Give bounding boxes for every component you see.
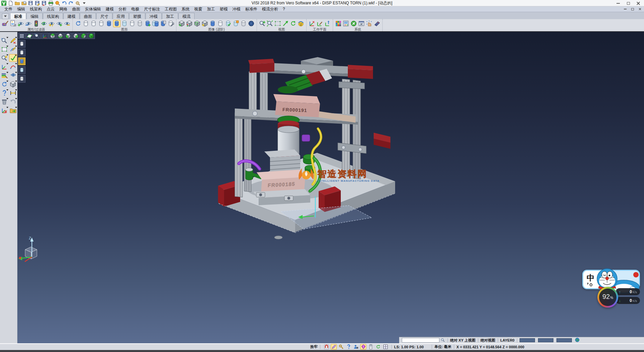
menu-progress[interactable]: 冲模	[230, 6, 243, 12]
display-wireframe-2-icon[interactable]	[18, 49, 25, 56]
menu-wireframe[interactable]: 线架构	[28, 6, 44, 12]
document-image-icon[interactable]	[9, 20, 17, 27]
cylinder-wireframe-icon[interactable]	[136, 20, 144, 27]
menu-mould[interactable]: 塑模	[217, 6, 230, 12]
measure-distance-icon[interactable]	[9, 89, 17, 97]
menu-drawing[interactable]: 工程图	[162, 6, 179, 12]
view-cube-bottom-icon[interactable]	[57, 33, 64, 39]
window-settings-icon[interactable]	[358, 20, 365, 27]
view-plane-icon[interactable]	[26, 33, 33, 39]
status-swatch-2[interactable]	[538, 338, 553, 342]
workplane-axes-icon[interactable]	[308, 20, 316, 27]
render-smiley-icon[interactable]	[297, 20, 305, 27]
confirm-check-icon[interactable]	[9, 54, 17, 62]
mdi-minimize-button[interactable]	[623, 7, 628, 11]
pen-highlight-icon[interactable]	[331, 344, 337, 350]
menu-surface[interactable]: 曲面	[70, 6, 83, 12]
cylinder-hollow-icon[interactable]	[217, 20, 224, 27]
shaded-sphere-icon[interactable]	[248, 20, 255, 27]
display-transparent-icon[interactable]	[18, 66, 25, 74]
eye-refresh-icon[interactable]	[40, 20, 48, 27]
menu-machining[interactable]: 加工	[205, 6, 217, 12]
network-download-indicator[interactable]: ↓ 0K/s	[616, 297, 640, 304]
menu-solid-edit[interactable]: 实体编辑	[83, 6, 103, 12]
tab-mould[interactable]: 塑膜	[129, 13, 145, 19]
menu-pointcloud[interactable]: 点云	[44, 6, 57, 12]
menu-flow-analysis[interactable]: 模流分析	[260, 6, 280, 12]
cylinder-shaded-selected-icon[interactable]	[113, 20, 120, 27]
cylinder-solid-icon[interactable]	[209, 20, 216, 27]
tab-application[interactable]: 应用	[113, 13, 129, 19]
cylinder-settings-icon[interactable]	[167, 20, 174, 27]
menu-modeling[interactable]: 建模	[103, 6, 116, 12]
search-icon[interactable]	[441, 338, 445, 343]
zoom-extents-icon[interactable]	[266, 20, 274, 27]
tab-standard[interactable]: 标准	[10, 13, 26, 19]
axis-delete-icon[interactable]	[0, 106, 8, 114]
view-orientation-status[interactable]: 绝对 XY 上视图	[450, 338, 476, 343]
zoom-dynamic-icon[interactable]	[259, 20, 266, 27]
eye-add-icon[interactable]	[17, 20, 24, 27]
brush-attributes-icon[interactable]	[2, 20, 9, 27]
view-arrow-icon[interactable]	[282, 20, 289, 27]
help-question-status-icon[interactable]	[345, 344, 352, 350]
sketch-curve-icon[interactable]	[9, 45, 17, 53]
user-lock-icon[interactable]	[353, 344, 359, 350]
tab-edit[interactable]: 编辑	[26, 13, 43, 19]
menu-file[interactable]: 文件	[2, 6, 15, 12]
menu-electrode[interactable]: 电极	[129, 6, 142, 12]
view-cube-iso-icon[interactable]	[88, 33, 95, 39]
menu-analysis[interactable]: 分析	[116, 6, 129, 12]
viewport-3d-canvas[interactable]: FR000191	[17, 32, 644, 343]
cylinder-check-icon[interactable]	[224, 20, 232, 27]
system-tools-icon[interactable]	[350, 20, 358, 27]
gem-highlight-icon[interactable]	[360, 344, 366, 350]
cylinder-ghost-2-icon[interactable]	[90, 20, 97, 27]
status-swatch-3[interactable]	[556, 338, 572, 342]
view-axis-icon[interactable]	[41, 33, 49, 39]
memory-gauge[interactable]: 92 %	[597, 287, 618, 308]
view-cube-top-icon[interactable]	[49, 33, 56, 39]
selection-window-icon[interactable]	[0, 45, 8, 53]
display-hidden-line-icon[interactable]	[18, 75, 25, 83]
ime-punctuation-icon[interactable]	[587, 282, 593, 288]
tab-progress[interactable]: 冲模	[146, 13, 162, 19]
mdi-restore-button[interactable]	[630, 7, 635, 11]
level-meter-icon[interactable]	[368, 344, 374, 350]
eye-hide-icon[interactable]	[63, 20, 71, 27]
box-plus-minus-icon[interactable]	[201, 20, 209, 27]
menu-dimension[interactable]: 尺寸标注	[142, 6, 162, 12]
edit-delete-icon[interactable]	[9, 37, 17, 44]
regenerate-icon[interactable]	[0, 80, 8, 88]
cylinder-wire-icon[interactable]	[240, 20, 247, 27]
undo-arrow-icon[interactable]	[9, 98, 17, 105]
tab-modeling[interactable]: 建模	[63, 13, 79, 19]
tab-flow[interactable]: 模流	[178, 13, 195, 19]
cylinder-add-icon[interactable]	[144, 20, 151, 27]
display-shaded-icon[interactable]	[18, 57, 25, 65]
menu-mesh[interactable]: 网格	[57, 6, 70, 12]
help-question-icon[interactable]	[0, 89, 8, 97]
selection-hand-icon[interactable]	[366, 20, 373, 27]
delete-trash-icon[interactable]	[0, 98, 8, 105]
cylinder-outline-icon[interactable]	[128, 20, 136, 27]
menu-system[interactable]: 系统	[179, 6, 192, 12]
zoom-in-out-icon[interactable]	[0, 54, 8, 62]
render-settings-icon[interactable]	[342, 20, 350, 27]
grid-panes-icon[interactable]	[9, 72, 17, 79]
search-input[interactable]	[402, 338, 439, 343]
window-grid-icon[interactable]	[382, 344, 388, 350]
cylinder-document-icon[interactable]	[159, 20, 167, 27]
key-tool-icon[interactable]	[338, 344, 344, 350]
color-palette-icon[interactable]	[335, 20, 342, 27]
spline-edit-icon[interactable]	[9, 63, 17, 71]
box-traffic-light-icon[interactable]	[186, 20, 193, 27]
cylinder-shaded-icon[interactable]	[105, 20, 113, 27]
cylinder-ghost-1-icon[interactable]	[82, 20, 90, 27]
magnet-snap-icon[interactable]	[323, 344, 329, 350]
cylinder-note-icon[interactable]	[232, 20, 239, 27]
box-refresh-icon[interactable]	[194, 20, 201, 27]
view-cube-back-icon[interactable]	[72, 33, 79, 39]
view-rotate-icon[interactable]	[289, 20, 297, 27]
eye-show-icon[interactable]	[56, 20, 63, 27]
